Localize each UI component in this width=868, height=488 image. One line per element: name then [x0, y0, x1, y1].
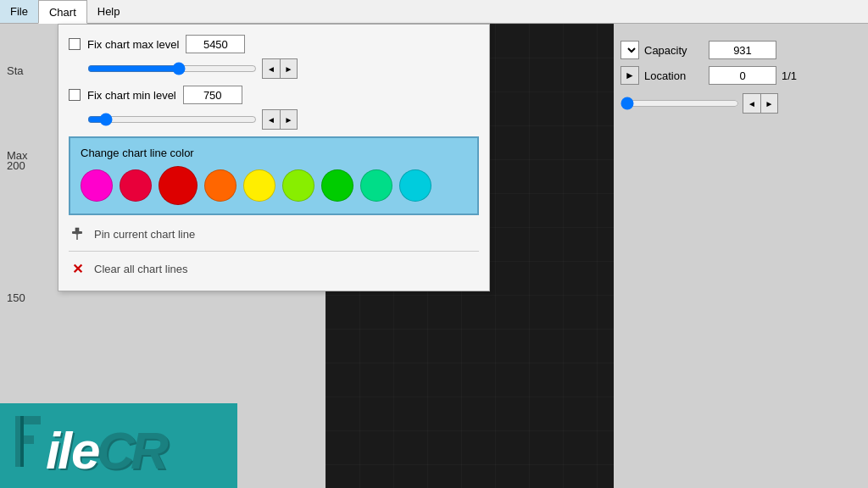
sidebar-arrow-right[interactable]: ► [760, 94, 777, 113]
chart-dropdown-menu: Fix chart max level ◄ ► Fix chart min le… [58, 24, 490, 291]
menu-file-label: File [10, 5, 28, 18]
menu-help[interactable]: Help [87, 0, 131, 23]
color-circle-cyan[interactable] [399, 169, 431, 202]
color-circle-magenta[interactable] [81, 169, 113, 202]
menu-chart[interactable]: Chart [38, 0, 87, 24]
fix-max-arrow-left[interactable]: ◄ [263, 59, 280, 78]
sidebar-arrow-left[interactable]: ◄ [743, 94, 760, 113]
chart-label-150: 150 [7, 291, 25, 304]
fix-max-section: Fix chart max level ◄ ► [69, 35, 479, 79]
sidebar-arrows: ◄ ► [743, 93, 778, 114]
clear-label: Clear all chart lines [94, 263, 188, 275]
fix-min-row: Fix chart min level [69, 86, 479, 104]
chart-label-sta: Sta [7, 64, 24, 77]
color-circle-green[interactable] [321, 169, 353, 202]
color-circle-lime[interactable] [282, 169, 314, 202]
color-circles [81, 166, 467, 205]
location-row: ► Location 1/1 [620, 66, 861, 85]
fix-min-arrow-right[interactable]: ► [280, 110, 297, 129]
svg-rect-6 [15, 435, 34, 444]
color-circle-orange[interactable] [204, 169, 236, 202]
svg-rect-2 [72, 231, 82, 234]
svg-text:e: e [71, 421, 99, 475]
sidebar-slider-row: ◄ ► [620, 93, 861, 114]
color-section: Change chart line color [69, 136, 479, 215]
fraction-label: 1/1 [782, 69, 797, 82]
location-arrow-left[interactable]: ► [620, 66, 639, 85]
clear-icon: ✕ [69, 260, 86, 277]
sidebar-slider[interactable] [620, 97, 739, 110]
pin-label: Pin current chart line [94, 228, 195, 241]
fix-max-slider[interactable] [87, 62, 257, 75]
fix-min-label: Fix chart min level [87, 89, 176, 102]
capacity-input[interactable] [709, 41, 776, 59]
fix-max-input[interactable] [186, 35, 245, 53]
fix-min-slider[interactable] [87, 113, 257, 126]
pin-icon [69, 225, 86, 242]
fix-min-arrows: ◄ ► [262, 109, 298, 130]
clear-action-row[interactable]: ✕ Clear all chart lines [69, 257, 479, 280]
fix-max-row: Fix chart max level [69, 35, 479, 53]
capacity-dropdown[interactable]: ▼ [620, 41, 639, 59]
location-input[interactable] [709, 66, 776, 85]
color-circle-yellow[interactable] [243, 169, 275, 202]
svg-rect-7 [20, 416, 24, 467]
watermark-logo: i l e C R [14, 408, 234, 485]
fix-min-arrow-left[interactable]: ◄ [263, 110, 280, 129]
svg-text:R: R [131, 421, 169, 475]
fix-min-section: Fix chart min level ◄ ► [69, 86, 479, 130]
menu-help-label: Help [97, 5, 120, 18]
watermark: i l e C R [0, 403, 237, 488]
color-circle-red[interactable] [159, 166, 198, 205]
fix-max-arrow-right[interactable]: ► [280, 59, 297, 78]
color-circle-teal[interactable] [360, 169, 392, 202]
menubar: File Chart Help [0, 0, 868, 24]
capacity-row: ▼ Capacity [620, 41, 861, 59]
color-section-title: Change chart line color [81, 147, 467, 159]
fix-max-checkbox[interactable] [69, 38, 81, 50]
color-circle-red2[interactable] [120, 169, 152, 202]
divider [69, 251, 479, 252]
pin-action-row[interactable]: Pin current chart line [69, 222, 479, 246]
capacity-label: Capacity [644, 44, 704, 57]
right-sidebar: ▼ Capacity ► Location 1/1 ◄ ► [614, 24, 868, 488]
fix-max-slider-row: ◄ ► [87, 58, 479, 79]
fix-min-checkbox[interactable] [69, 89, 81, 101]
location-label: Location [644, 69, 704, 82]
menu-chart-label: Chart [49, 6, 76, 19]
menu-file[interactable]: File [0, 0, 38, 23]
chart-label-200: 200 [7, 159, 25, 172]
svg-rect-5 [15, 416, 41, 424]
fix-min-slider-row: ◄ ► [87, 109, 479, 130]
fix-max-arrows: ◄ ► [262, 58, 298, 79]
fix-max-label: Fix chart max level [87, 38, 179, 51]
fix-min-input[interactable] [183, 86, 242, 104]
